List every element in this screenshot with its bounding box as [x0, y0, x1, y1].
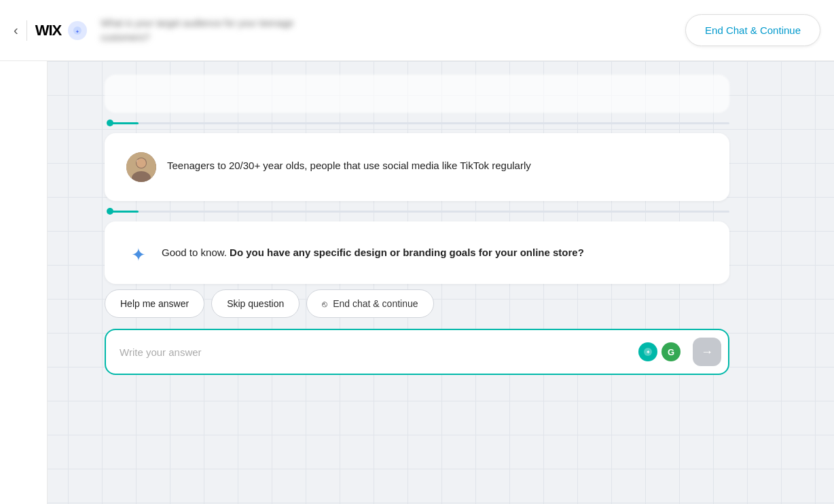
end-chat-continue-inline-button[interactable]: ⎋ End chat & continue: [306, 289, 433, 318]
header-badge: ✦: [68, 21, 87, 40]
header-divider: [26, 20, 27, 41]
progress-track-1: [107, 122, 729, 124]
input-area: Write your answer ✦ G →: [105, 329, 729, 375]
ai-prefix: Good to know.: [162, 247, 230, 258]
left-sidebar: [0, 61, 48, 504]
input-placeholder: Write your answer: [120, 346, 630, 358]
progress-track-2: [107, 211, 729, 213]
send-button[interactable]: →: [693, 338, 721, 366]
progress-fill-2: [107, 211, 139, 213]
header-blurred-text: What is your target audience for your te…: [101, 16, 685, 45]
user-message-text: Teenagers to 20/30+ year olds, people th…: [167, 152, 531, 174]
grammarly-g-icon[interactable]: G: [661, 342, 681, 361]
end-chat-continue-button[interactable]: End Chat & Continue: [685, 14, 820, 46]
input-box: Write your answer ✦ G: [105, 329, 729, 375]
ai-message-text: Good to know. Do you have any specific d…: [162, 240, 584, 262]
send-arrow-icon: →: [701, 345, 713, 359]
exit-icon: ⎋: [322, 299, 327, 309]
top-blur-card: [105, 75, 729, 113]
wix-logo: WIX: [35, 22, 62, 39]
grammarly-green-icon[interactable]: ✦: [638, 342, 657, 361]
main-content: Teenagers to 20/30+ year olds, people th…: [0, 61, 834, 504]
skip-question-button[interactable]: Skip question: [211, 289, 300, 318]
chat-container: Teenagers to 20/30+ year olds, people th…: [91, 61, 743, 389]
action-buttons-row: Help me answer Skip question ⎋ End chat …: [105, 289, 729, 326]
user-message: Teenagers to 20/30+ year olds, people th…: [126, 152, 708, 182]
progress-bar-2: [105, 201, 729, 221]
user-message-card: Teenagers to 20/30+ year olds, people th…: [105, 133, 729, 201]
svg-text:✦: ✦: [75, 29, 79, 33]
svg-text:✦: ✦: [646, 349, 651, 355]
end-chat-label: End chat & continue: [333, 298, 418, 309]
help-me-answer-button[interactable]: Help me answer: [105, 289, 204, 318]
ai-sparkle-icon: ✦: [126, 240, 151, 265]
svg-point-6: [137, 158, 146, 168]
input-icons: ✦ G: [638, 342, 681, 361]
back-button[interactable]: ‹: [14, 22, 18, 38]
sparkle-symbol: ✦: [131, 245, 146, 266]
header: ‹ WIX ✦ What is your target audience for…: [0, 0, 834, 61]
user-avatar: [126, 152, 156, 182]
ai-message: ✦ Good to know. Do you have any specific…: [126, 240, 708, 265]
ai-bold-text: Do you have any specific design or brand…: [230, 247, 584, 258]
progress-bar-1: [105, 113, 729, 133]
progress-fill-1: [107, 122, 139, 124]
ai-message-card: ✦ Good to know. Do you have any specific…: [105, 221, 729, 284]
avatar-image: [126, 152, 156, 182]
